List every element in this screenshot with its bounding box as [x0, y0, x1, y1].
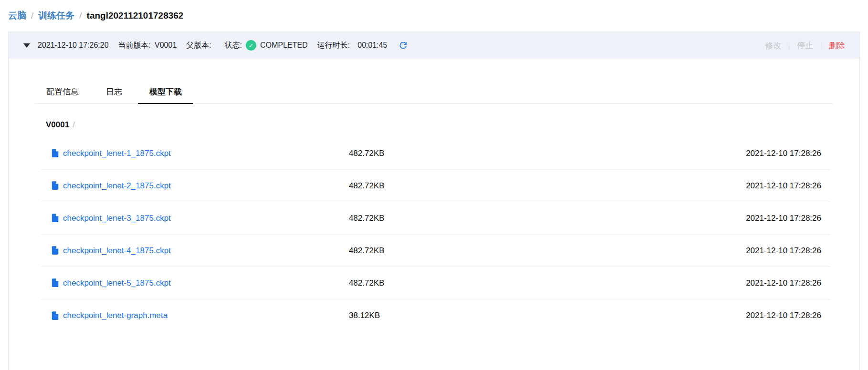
- breadcrumb-separator: /: [31, 10, 33, 21]
- check-circle-icon: ✓: [246, 40, 256, 51]
- status-value: COMPLETED: [260, 41, 308, 50]
- tab-bar: 配置信息日志模型下载: [35, 81, 833, 104]
- file-download-link[interactable]: checkpoint_lenet-graph.meta: [63, 311, 167, 320]
- caret-down-icon[interactable]: [23, 43, 30, 48]
- file-name-cell: checkpoint_lenet-5_1875.ckpt: [41, 278, 339, 288]
- stop-button[interactable]: 停止: [797, 40, 813, 51]
- tab-logs[interactable]: 日志: [94, 81, 134, 103]
- file-modified-time: 2021-12-10 17:28:26: [746, 149, 830, 158]
- file-download-link[interactable]: checkpoint_lenet-5_1875.ckpt: [63, 278, 171, 288]
- task-detail-panel: 2021-12-10 17:26:20 当前版本: V0001 父版本: 状态:…: [8, 31, 860, 370]
- file-download-link[interactable]: checkpoint_lenet-2_1875.ckpt: [63, 181, 171, 191]
- file-modified-time: 2021-12-10 17:28:26: [746, 181, 830, 191]
- file-download-link[interactable]: checkpoint_lenet-3_1875.ckpt: [63, 214, 171, 223]
- version-created-time: 2021-12-10 17:26:20: [38, 41, 109, 50]
- file-name-cell: checkpoint_lenet-4_1875.ckpt: [41, 246, 339, 256]
- path-separator: /: [73, 120, 75, 129]
- file-download-link[interactable]: checkpoint_lenet-1_1875.ckpt: [63, 149, 171, 158]
- file-name-cell: checkpoint_lenet-1_1875.ckpt: [41, 149, 339, 158]
- file-document-icon: [51, 246, 59, 255]
- parent-version-label: 父版本:: [186, 41, 211, 51]
- file-modified-time: 2021-12-10 17:28:26: [746, 278, 830, 288]
- file-table: checkpoint_lenet-1_1875.ckpt482.72KB2021…: [41, 137, 830, 332]
- file-row: checkpoint_lenet-3_1875.ckpt482.72KB2021…: [41, 202, 830, 235]
- file-size: 38.12KB: [339, 311, 746, 320]
- file-path-breadcrumb: V0001/: [46, 120, 830, 130]
- file-document-icon: [51, 181, 59, 190]
- file-modified-time: 2021-12-10 17:28:26: [746, 246, 830, 256]
- breadcrumb-current-task: tangl202112101728362: [87, 10, 184, 21]
- file-download-link[interactable]: checkpoint_lenet-4_1875.ckpt: [63, 246, 171, 256]
- current-version-label: 当前版本:: [118, 41, 151, 51]
- status-label: 状态:: [225, 41, 242, 51]
- file-row: checkpoint_lenet-4_1875.ckpt482.72KB2021…: [41, 235, 830, 267]
- delete-button[interactable]: 删除: [829, 40, 845, 51]
- modify-button[interactable]: 修改: [765, 40, 781, 51]
- breadcrumb-separator: /: [79, 10, 82, 21]
- file-row: checkpoint_lenet-2_1875.ckpt482.72KB2021…: [41, 170, 830, 202]
- model-download-section: V0001/ checkpoint_lenet-1_1875.ckpt482.7…: [41, 120, 830, 332]
- file-row: checkpoint_lenet-1_1875.ckpt482.72KB2021…: [41, 137, 830, 170]
- duration-label: 运行时长:: [317, 41, 350, 51]
- file-name-cell: checkpoint_lenet-2_1875.ckpt: [41, 181, 339, 191]
- duration-value: 00:01:45: [357, 41, 387, 50]
- file-name-cell: checkpoint_lenet-3_1875.ckpt: [41, 214, 339, 223]
- file-size: 482.72KB: [339, 181, 746, 191]
- version-bar: 2021-12-10 17:26:20 当前版本: V0001 父版本: 状态:…: [9, 32, 859, 59]
- file-size: 482.72KB: [339, 246, 746, 256]
- refresh-icon[interactable]: [398, 40, 408, 51]
- file-document-icon: [51, 149, 59, 158]
- version-actions: 修改 停止 删除: [765, 40, 845, 51]
- tab-model-download[interactable]: 模型下载: [138, 81, 193, 103]
- file-document-icon: [51, 278, 59, 288]
- tab-config-info[interactable]: 配置信息: [35, 81, 90, 103]
- breadcrumb-link-cloudbrain[interactable]: 云脑: [8, 10, 26, 21]
- file-row: checkpoint_lenet-5_1875.ckpt482.72KB2021…: [41, 267, 830, 299]
- breadcrumb: 云脑 / 训练任务 / tangl202112101728362: [0, 0, 868, 31]
- action-divider: [789, 41, 789, 49]
- file-size: 482.72KB: [339, 278, 746, 288]
- action-divider: [821, 41, 821, 49]
- file-size: 482.72KB: [339, 149, 746, 158]
- file-name-cell: checkpoint_lenet-graph.meta: [41, 311, 339, 320]
- file-size: 482.72KB: [339, 214, 746, 223]
- current-version-value: V0001: [155, 41, 177, 50]
- file-document-icon: [51, 214, 59, 223]
- breadcrumb-link-training-tasks[interactable]: 训练任务: [38, 10, 74, 21]
- file-document-icon: [51, 311, 59, 320]
- file-modified-time: 2021-12-10 17:28:26: [746, 214, 830, 223]
- file-modified-time: 2021-12-10 17:28:26: [746, 311, 830, 320]
- file-row: checkpoint_lenet-graph.meta38.12KB2021-1…: [41, 299, 830, 332]
- path-version-root[interactable]: V0001: [46, 120, 69, 129]
